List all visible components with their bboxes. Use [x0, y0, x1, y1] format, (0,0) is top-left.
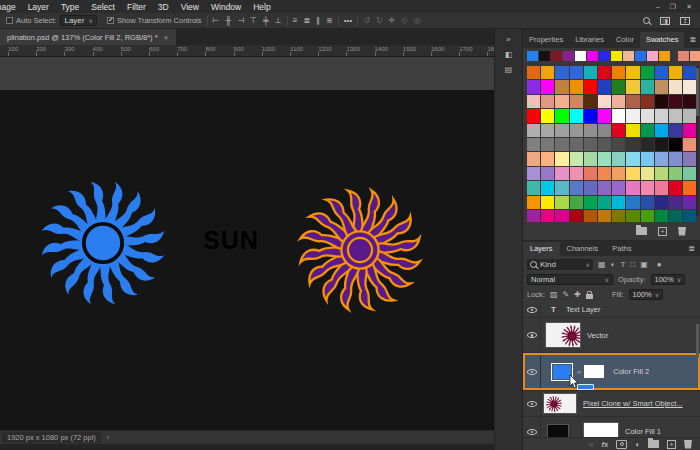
swatch[interactable] — [527, 66, 540, 79]
swatch[interactable] — [541, 138, 554, 151]
swatch[interactable] — [584, 66, 597, 79]
swatch[interactable] — [575, 51, 586, 61]
swatch[interactable] — [555, 152, 568, 165]
lock-position-icon[interactable]: ✚ — [574, 290, 581, 299]
layer-row-color-fill-1[interactable]: Color Fill 1 — [523, 417, 700, 438]
swatch[interactable] — [683, 109, 696, 122]
filter-type-layers-icon[interactable]: T — [620, 260, 625, 269]
align-center-h-icon[interactable]: ╫ — [225, 16, 231, 25]
swatch[interactable] — [655, 124, 668, 137]
close-button[interactable]: ✕ — [686, 3, 692, 11]
swatch[interactable] — [612, 181, 625, 194]
swatch[interactable] — [669, 152, 682, 165]
search-icon[interactable] — [643, 17, 650, 24]
swatch[interactable] — [598, 66, 611, 79]
minimize-button[interactable]: – — [656, 3, 660, 11]
swatch[interactable] — [584, 124, 597, 137]
swatch[interactable] — [570, 181, 583, 194]
swatch[interactable] — [641, 138, 654, 151]
add-mask-icon[interactable] — [616, 440, 627, 449]
filter-smart-objects-icon[interactable]: ▣ — [640, 260, 648, 269]
panel-menu-icon[interactable]: ≣ — [684, 35, 700, 48]
swatch[interactable] — [570, 95, 583, 108]
swatch[interactable] — [555, 66, 568, 79]
new-swatch-icon[interactable]: + — [658, 227, 667, 236]
layer-row-text[interactable]: T Text Layer — [523, 302, 700, 318]
distribute-v-icon[interactable]: ≣ — [303, 16, 310, 25]
swatch[interactable] — [570, 124, 583, 137]
visibility-toggle[interactable] — [523, 391, 541, 416]
swatch[interactable] — [598, 80, 611, 93]
swatch[interactable] — [626, 66, 639, 79]
swatch[interactable] — [678, 51, 689, 61]
swatch[interactable] — [598, 181, 611, 194]
swatch[interactable] — [541, 152, 554, 165]
swatch[interactable] — [570, 152, 583, 165]
new-group-icon[interactable] — [648, 440, 659, 448]
swatch[interactable] — [641, 196, 654, 209]
layer-thumbnail[interactable] — [545, 322, 581, 348]
swatch[interactable] — [683, 124, 696, 137]
swatch[interactable] — [555, 109, 568, 122]
swatch[interactable] — [683, 66, 696, 79]
menu-item-image[interactable]: Image — [0, 2, 22, 12]
menu-item-select[interactable]: Select — [85, 2, 121, 12]
fill-dropdown[interactable]: 100% ∨ — [629, 289, 664, 300]
show-transform-checkbox[interactable] — [107, 17, 114, 24]
swatch[interactable] — [626, 124, 639, 137]
swatch[interactable] — [598, 196, 611, 209]
swatch[interactable] — [655, 138, 668, 151]
swatch[interactable] — [541, 80, 554, 93]
swatch[interactable] — [612, 152, 625, 165]
filter-toggle-icon[interactable]: ● — [657, 260, 662, 269]
swatch[interactable] — [527, 196, 540, 209]
swatch[interactable] — [612, 66, 625, 79]
swatch[interactable] — [612, 196, 625, 209]
align-options-more-button[interactable]: ••• — [344, 16, 352, 25]
swatch[interactable] — [612, 109, 625, 122]
tab-libraries[interactable]: Libraries — [569, 32, 610, 48]
swatch[interactable] — [612, 80, 625, 93]
swatch[interactable] — [626, 152, 639, 165]
swatch[interactable] — [598, 109, 611, 122]
tab-paths[interactable]: Paths — [605, 242, 638, 256]
swatch[interactable] — [541, 124, 554, 137]
swatch[interactable] — [655, 167, 668, 180]
swatch[interactable] — [555, 181, 568, 194]
distribute-h-icon[interactable]: ≡ — [293, 16, 298, 25]
align-middle-v-icon[interactable]: ╪ — [263, 16, 269, 25]
menu-item-type[interactable]: Type — [55, 2, 85, 12]
swatch[interactable] — [570, 167, 583, 180]
swatch[interactable] — [612, 138, 625, 151]
new-group-icon[interactable] — [636, 227, 647, 235]
swatch[interactable] — [683, 80, 696, 93]
swatch[interactable] — [641, 167, 654, 180]
swatch[interactable] — [655, 152, 668, 165]
canvas[interactable]: SUN — [0, 90, 494, 430]
swatch[interactable] — [669, 181, 682, 194]
swatch[interactable] — [584, 80, 597, 93]
align-bottom-icon[interactable]: ⊥ — [275, 16, 282, 25]
close-icon[interactable]: ✕ — [164, 34, 169, 41]
maximize-button[interactable]: ❐ — [670, 3, 676, 11]
swatch[interactable] — [647, 51, 658, 61]
swatch[interactable] — [612, 124, 625, 137]
swatch[interactable] — [611, 51, 622, 61]
swatch[interactable] — [541, 66, 554, 79]
swatch[interactable] — [584, 167, 597, 180]
swatch[interactable] — [584, 95, 597, 108]
workspace-switcher-icon[interactable]: ◨ — [660, 17, 670, 25]
layer-filter-kind-dropdown[interactable]: Kind ∨ — [527, 259, 593, 270]
swatch[interactable] — [570, 196, 583, 209]
filter-pixel-layers-icon[interactable]: ▦ — [598, 260, 606, 269]
swatch[interactable] — [527, 95, 540, 108]
swatch[interactable] — [641, 95, 654, 108]
swatch[interactable] — [623, 51, 634, 61]
menu-item-window[interactable]: Window — [205, 2, 247, 12]
swatch[interactable] — [527, 80, 540, 93]
swatch[interactable] — [612, 167, 625, 180]
swatch[interactable] — [655, 196, 668, 209]
swatch[interactable] — [669, 80, 682, 93]
text-layer-thumbnail[interactable]: T — [551, 305, 556, 314]
swatch[interactable] — [669, 95, 682, 108]
